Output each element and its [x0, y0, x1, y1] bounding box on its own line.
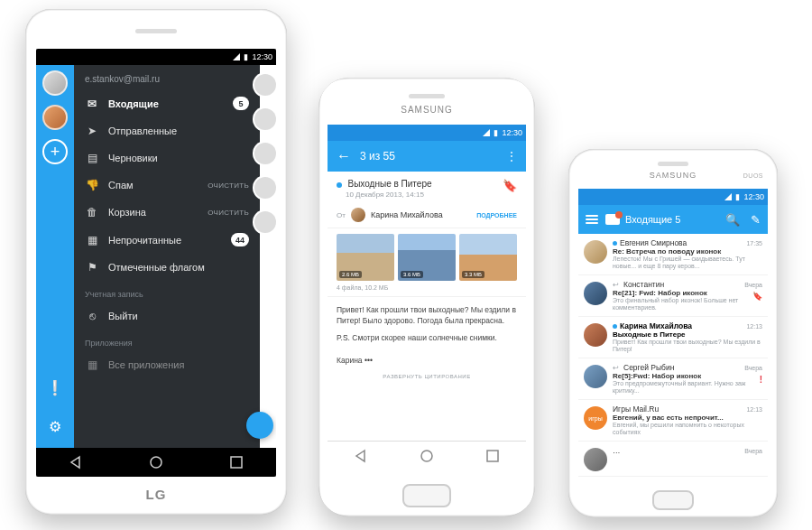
- avatar: [584, 282, 607, 305]
- folder-icon: ▦: [85, 234, 99, 246]
- subject: Re[21]: Fwd: Набор иконок: [613, 289, 762, 297]
- appbar-title: Входящие 5: [625, 214, 715, 225]
- status-bar: ▮12:30: [578, 189, 768, 205]
- svg-point-0: [151, 457, 161, 468]
- from-row[interactable]: От Карина Михайлова ПОДРОБНЕЕ: [328, 202, 526, 228]
- folder-label: Спам: [108, 180, 198, 191]
- back-icon[interactable]: [69, 455, 83, 470]
- unread-dot-icon: [613, 241, 617, 246]
- avatar-account-1[interactable]: [42, 70, 68, 96]
- folder-item[interactable]: ⚑Отмеченные флагом: [74, 254, 260, 281]
- clear-button[interactable]: очистить: [208, 209, 249, 217]
- status-bar: ▮12:30: [328, 125, 526, 141]
- notification-icon[interactable]: ❕: [46, 379, 64, 396]
- bookmark-icon: 🔖: [752, 292, 762, 301]
- duos-label: DUOS: [743, 172, 763, 179]
- message-row[interactable]: …Вчера: [578, 442, 768, 477]
- recents-icon[interactable]: [485, 449, 500, 463]
- sender-name: Карина Михайлова: [371, 210, 471, 219]
- subject: Re: Встреча по поводу иконок: [613, 247, 762, 256]
- time: 12:13: [746, 406, 762, 413]
- logout-icon: ⎋: [85, 310, 99, 322]
- avatar: игры: [584, 406, 607, 430]
- reply-icon: ↩: [613, 364, 619, 372]
- folder-item[interactable]: ▤Черновики: [74, 144, 260, 172]
- message-row[interactable]: ↩Сергей РыбинВчераRe[5]:Fwd: Набор иконо…: [578, 358, 768, 400]
- logout-item[interactable]: ⎋ Выйти: [74, 302, 260, 330]
- folder-label: Отмеченные флагом: [108, 262, 249, 273]
- home-icon[interactable]: [420, 449, 434, 463]
- app-bar: ← 3 из 55 ⋮: [328, 141, 526, 172]
- svg-rect-3: [487, 451, 498, 461]
- subject: Re[5]:Fwd: Набор иконок: [613, 372, 762, 380]
- time: 12:13: [746, 323, 762, 330]
- overflow-icon[interactable]: ⋮: [506, 150, 517, 163]
- sender: Евгения Смирнова: [620, 238, 740, 247]
- sender: …: [613, 446, 738, 455]
- attachments-info: 4 файла, 10.2 МБ: [328, 283, 526, 297]
- all-apps-item[interactable]: ▦ Все приложения: [74, 351, 260, 378]
- clear-button[interactable]: очистить: [208, 181, 249, 190]
- menu-icon[interactable]: [586, 215, 598, 224]
- home-button[interactable]: [402, 484, 451, 507]
- sender: Сергей Рыбин: [623, 363, 738, 372]
- appbar-title: 3 из 55: [360, 150, 497, 163]
- folder-item[interactable]: ➤Отправленные: [74, 117, 260, 144]
- attachment-thumb[interactable]: 2.6 МБ: [337, 234, 394, 281]
- svg-rect-1: [231, 457, 242, 468]
- inbox-icon[interactable]: [605, 214, 620, 225]
- sender: Игры Mail.Ru: [613, 404, 740, 414]
- bookmark-icon[interactable]: 🔖: [503, 179, 517, 192]
- important-icon: !: [760, 375, 762, 385]
- home-button[interactable]: [652, 490, 694, 510]
- folder-label: Корзина: [108, 207, 198, 218]
- folder-item[interactable]: ▦Непрочитанные44: [74, 226, 260, 254]
- inbox-peek: [260, 65, 276, 448]
- compose-fab[interactable]: [246, 412, 273, 439]
- android-nav: [328, 441, 526, 470]
- search-icon[interactable]: 🔍: [725, 213, 740, 227]
- attachment-thumb[interactable]: 3.6 МБ: [398, 234, 456, 281]
- time: Вчера: [744, 448, 762, 454]
- message-list[interactable]: Евгения Смирнова17:35Re: Встреча по пово…: [578, 234, 768, 478]
- preview: Евгений, мы решили напомнить о некоторых…: [613, 422, 762, 436]
- subject: Евгений, у вас есть непрочит...: [613, 414, 762, 422]
- avatar: [584, 448, 607, 471]
- app-bar: Входящие 5 🔍 ✎: [578, 205, 768, 234]
- preview: Это предпромежуточный вариант. Нужно заж…: [613, 380, 762, 395]
- subject: Выходные в Питере: [613, 330, 762, 339]
- count-badge: 5: [233, 97, 249, 110]
- account-rail: + ❕ ⚙: [36, 65, 74, 448]
- expand-quote[interactable]: РАЗВЕРНУТЬ ЦИТИРОВАНИЕ: [328, 370, 526, 386]
- details-link[interactable]: ПОДРОБНЕЕ: [476, 212, 517, 219]
- message-row[interactable]: игрыИгры Mail.Ru12:13Евгений, у вас есть…: [578, 400, 768, 442]
- back-icon[interactable]: ←: [337, 148, 351, 164]
- settings-icon[interactable]: ⚙: [49, 418, 61, 435]
- message-body[interactable]: Выходные в Питере 10 Декабря 2013, 14:15…: [328, 172, 526, 441]
- folder-item[interactable]: ✉Входящие5: [74, 89, 260, 117]
- count-badge: 44: [231, 233, 249, 246]
- attachment-thumb[interactable]: 3.3 МБ: [459, 234, 517, 281]
- folder-item[interactable]: 🗑Корзинаочистить: [74, 199, 260, 226]
- android-nav: [36, 448, 276, 477]
- avatar: [584, 240, 607, 264]
- message-row[interactable]: Евгения Смирнова17:35Re: Встреча по пово…: [578, 234, 768, 275]
- section-account: Учетная запись: [74, 281, 260, 302]
- date: 10 Декабря 2013, 14:15: [346, 191, 517, 199]
- apps-icon: ▦: [85, 358, 99, 371]
- avatar-account-2[interactable]: [42, 105, 68, 130]
- recents-icon[interactable]: [229, 455, 244, 470]
- folder-item[interactable]: 👎Спамочистить: [74, 172, 260, 199]
- folder-icon: ✉: [85, 98, 99, 110]
- home-icon[interactable]: [149, 455, 163, 470]
- unread-dot-icon: [613, 324, 617, 329]
- nav-drawer: e.stankov@mail.ru ✉Входящие5➤Отправленны…: [74, 65, 260, 448]
- add-account-button[interactable]: +: [42, 139, 68, 164]
- time: 17:35: [746, 240, 762, 246]
- message-row[interactable]: Карина Михайлова12:13Выходные в ПитереПр…: [578, 317, 768, 358]
- account-email: e.stankov@mail.ru: [74, 65, 260, 89]
- compose-icon[interactable]: ✎: [751, 213, 761, 227]
- folder-label: Непрочитанные: [108, 235, 222, 246]
- back-icon[interactable]: [354, 449, 368, 463]
- message-row[interactable]: ↩КонстантинВчераRe[21]: Fwd: Набор иконо…: [578, 275, 768, 317]
